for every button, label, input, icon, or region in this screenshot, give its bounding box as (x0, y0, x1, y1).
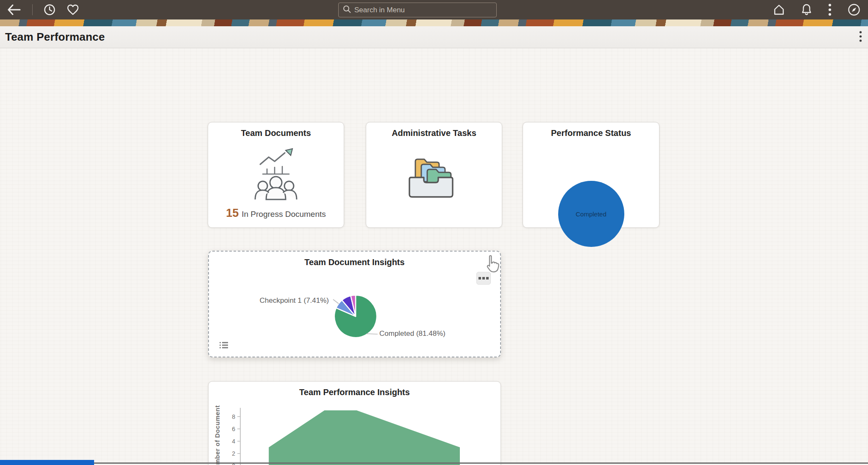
search-input[interactable] (354, 6, 492, 14)
tile-performance-status[interactable]: Performance Status Completed (523, 122, 659, 228)
favorites-heart-icon[interactable] (67, 4, 79, 16)
pie-callout-checkpoint1: Checkpoint 1 (7.41%) (260, 296, 329, 305)
tile-title: Team Documents (208, 122, 344, 138)
status-circle: Completed (558, 181, 624, 247)
tile-title: Performance Status (523, 122, 659, 138)
toolbar-right-group (773, 0, 860, 19)
page-header: Team Performance (0, 26, 868, 48)
in-progress-count: 15 (226, 207, 239, 219)
notifications-bell-icon[interactable] (801, 3, 812, 16)
tile-team-performance-insights[interactable]: Team Performance Insights Number of Docu… (208, 381, 501, 465)
legend-toggle-icon[interactable] (219, 341, 228, 351)
area-chart: 02468 (209, 382, 501, 465)
tile-team-documents[interactable]: Team Documents 15In Progress Documents (208, 122, 344, 228)
svg-text:6: 6 (232, 426, 235, 432)
home-icon[interactable] (773, 4, 785, 16)
actions-kebab-icon[interactable] (828, 3, 832, 16)
page-actions-kebab-icon[interactable] (859, 30, 862, 44)
svg-text:8: 8 (232, 413, 235, 420)
tile-kpi-line: 15In Progress Documents (208, 207, 344, 220)
back-arrow-icon[interactable] (7, 4, 21, 15)
folders-tray-icon (407, 149, 461, 201)
pie-callout-completed: Completed (81.48%) (379, 329, 445, 338)
search-magnifier-icon (343, 5, 351, 15)
svg-text:4: 4 (232, 438, 235, 445)
decorative-banner (0, 19, 868, 26)
video-timeline-track[interactable] (0, 462, 868, 464)
recents-clock-icon[interactable] (44, 4, 56, 16)
toolbar-left-group (0, 4, 79, 16)
video-progress-bar[interactable] (0, 460, 94, 465)
navbar-compass-icon[interactable] (848, 3, 860, 16)
pie-chart (209, 252, 502, 358)
global-toolbar (0, 0, 868, 19)
svg-text:2: 2 (232, 450, 235, 457)
tile-title: Administrative Tasks (366, 122, 502, 138)
toolbar-divider (32, 4, 33, 15)
search-box[interactable] (338, 3, 497, 17)
in-progress-count-label: In Progress Documents (242, 210, 326, 219)
tile-administrative-tasks[interactable]: Administrative Tasks (366, 122, 502, 228)
tile-team-document-insights[interactable]: Team Document Insights Checkpoint 1 (7.4… (208, 251, 501, 357)
dashboard-content: Team Documents 15In Progress Documents (0, 48, 868, 463)
team-analytics-icon (248, 145, 303, 204)
page-title: Team Performance (0, 30, 105, 44)
status-label: Completed (576, 210, 606, 218)
